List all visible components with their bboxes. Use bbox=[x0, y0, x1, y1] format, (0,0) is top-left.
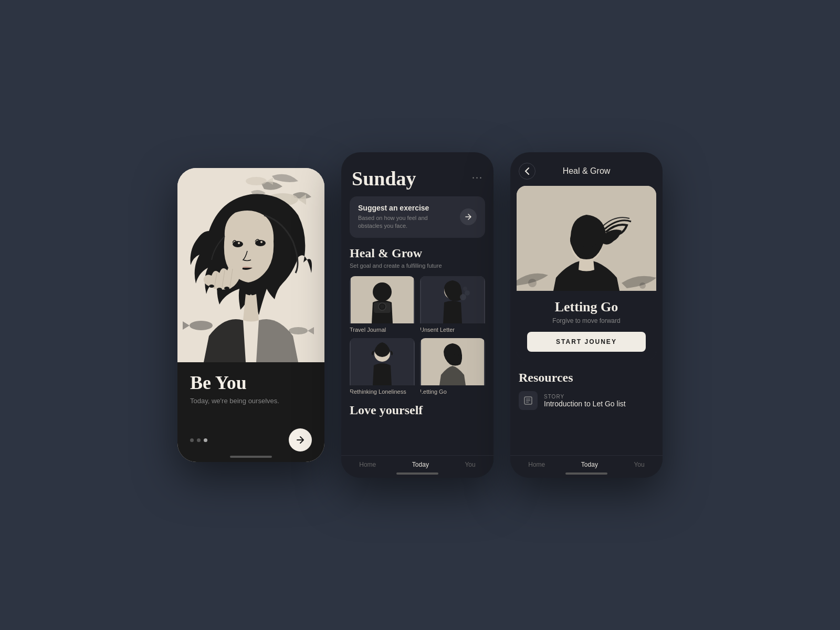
letting-go-card-subtitle: Forgive to move forward bbox=[527, 317, 646, 324]
resource-item-1[interactable]: STORY Introduction to Let Go list bbox=[510, 391, 663, 418]
svg-point-31 bbox=[454, 354, 459, 357]
svg-point-20 bbox=[380, 304, 384, 309]
suggest-subtitle: Based on how you feel andobstacles you f… bbox=[358, 214, 429, 230]
svg-point-3 bbox=[233, 241, 243, 247]
phone-1-title: Be You bbox=[190, 373, 312, 394]
home-indicator-3 bbox=[565, 472, 607, 475]
svg-point-23 bbox=[460, 294, 466, 300]
nav-today-2[interactable]: Today bbox=[412, 461, 429, 468]
nav-you-2[interactable]: You bbox=[465, 461, 475, 468]
home-indicator-2 bbox=[396, 472, 438, 475]
next-button[interactable] bbox=[289, 428, 312, 452]
home-indicator bbox=[230, 456, 272, 458]
grid-item-letting-go[interactable]: Letting Go bbox=[420, 338, 485, 395]
svg-point-2 bbox=[246, 177, 267, 185]
nav-home-3[interactable]: Home bbox=[528, 461, 545, 468]
dot-1 bbox=[190, 438, 194, 442]
back-button[interactable] bbox=[519, 163, 536, 180]
svg-point-14 bbox=[190, 321, 213, 330]
story-title-label: Introduction to Let Go list bbox=[544, 400, 626, 408]
pagination-dots bbox=[190, 438, 207, 442]
suggest-title: Suggest an exercise bbox=[358, 204, 429, 212]
unsent-letter-image bbox=[420, 276, 485, 323]
suggest-arrow-icon[interactable] bbox=[460, 208, 477, 225]
phone-1-content: Be You Today, we're being ourselves. bbox=[177, 362, 324, 462]
svg-point-36 bbox=[528, 279, 537, 287]
svg-point-25 bbox=[463, 287, 467, 291]
nav-you-3[interactable]: You bbox=[634, 461, 644, 468]
letting-go-image bbox=[420, 338, 485, 385]
travel-journal-label: Travel Journal bbox=[350, 323, 415, 333]
svg-point-6 bbox=[260, 241, 262, 243]
phones-container: Be You Today, we're being ourselves. bbox=[177, 152, 663, 478]
phone-2-header: Sunday ··· bbox=[341, 152, 494, 196]
svg-point-10 bbox=[209, 285, 214, 288]
grid-item-loneliness[interactable]: Rethinking Loneliness bbox=[350, 338, 415, 395]
svg-point-37 bbox=[639, 282, 646, 289]
phone-1: Be You Today, we're being ourselves. bbox=[177, 168, 324, 462]
svg-point-12 bbox=[224, 287, 229, 290]
svg-point-13 bbox=[232, 287, 237, 290]
grid-item-travel[interactable]: Travel Journal bbox=[350, 276, 415, 333]
phone-3-header: Heal & Grow bbox=[510, 152, 663, 186]
letting-go-card-bottom: Letting Go Forgive to move forward START… bbox=[517, 291, 656, 360]
dot-3 bbox=[204, 438, 207, 442]
phone-3: Heal & Grow bbox=[510, 152, 663, 478]
svg-point-4 bbox=[255, 240, 266, 246]
suggest-card[interactable]: Suggest an exercise Based on how you fee… bbox=[350, 196, 485, 238]
svg-point-5 bbox=[238, 242, 240, 244]
svg-point-30 bbox=[446, 354, 452, 357]
love-section-title: Love yourself bbox=[341, 403, 494, 423]
menu-icon[interactable]: ··· bbox=[472, 172, 483, 184]
svg-point-35 bbox=[589, 243, 596, 247]
nav-today-3[interactable]: Today bbox=[581, 461, 598, 468]
story-icon bbox=[519, 391, 538, 410]
phone-1-illustration bbox=[177, 168, 324, 362]
loneliness-image bbox=[350, 338, 415, 385]
phone-3-header-title: Heal & Grow bbox=[542, 166, 631, 176]
letting-go-card: Letting Go Forgive to move forward START… bbox=[517, 186, 656, 360]
story-type-label: STORY bbox=[544, 394, 626, 400]
unsent-letter-label: Unsent Letter bbox=[420, 323, 485, 333]
nav-home-2[interactable]: Home bbox=[359, 461, 376, 468]
svg-point-34 bbox=[577, 243, 584, 247]
grid-item-unsent[interactable]: Unsent Letter bbox=[420, 276, 485, 333]
start-journey-button[interactable]: START JOUNEY bbox=[527, 332, 646, 352]
resources-title: Resources bbox=[510, 369, 663, 391]
dot-2 bbox=[197, 438, 201, 442]
resource-text-1: STORY Introduction to Let Go list bbox=[544, 394, 626, 408]
svg-point-11 bbox=[217, 288, 222, 291]
phone-1-subtitle: Today, we're being ourselves. bbox=[190, 397, 312, 405]
heal-grow-title: Heal & Grow bbox=[341, 246, 494, 262]
letting-go-card-image bbox=[517, 186, 656, 291]
phone-2: Sunday ··· Suggest an exercise Based on … bbox=[341, 152, 494, 478]
travel-journal-image bbox=[350, 276, 415, 323]
heal-grow-subtitle: Set goal and create a fulfilling future bbox=[341, 262, 494, 276]
svg-point-24 bbox=[465, 290, 470, 296]
letting-go-card-title: Letting Go bbox=[527, 299, 646, 315]
loneliness-label: Rethinking Loneliness bbox=[350, 385, 415, 395]
letting-go-label: Letting Go bbox=[420, 385, 485, 395]
exercises-grid: Travel Journal bbox=[341, 276, 494, 395]
day-label: Sunday bbox=[352, 167, 416, 190]
svg-point-15 bbox=[289, 327, 308, 334]
svg-point-17 bbox=[373, 282, 392, 301]
